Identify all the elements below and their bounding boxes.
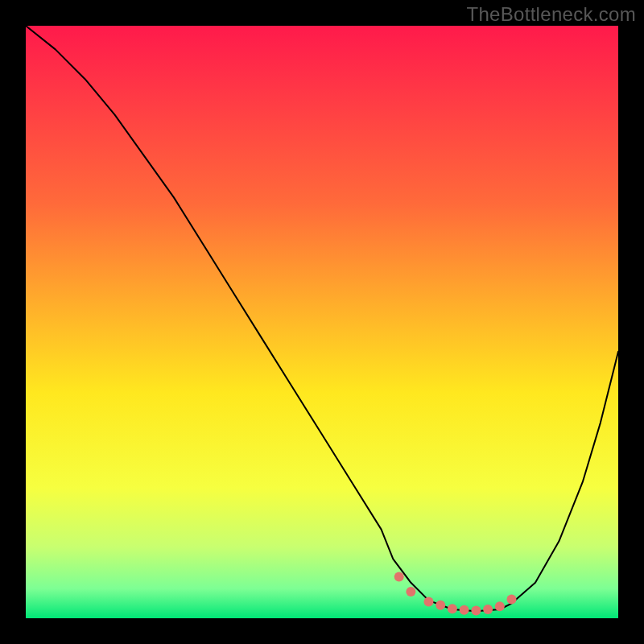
marker-dot (507, 594, 517, 604)
chart-svg (26, 26, 618, 618)
marker-dot (495, 601, 505, 611)
marker-dot (394, 572, 404, 582)
marker-dot (483, 605, 493, 614)
watermark-text: TheBottleneck.com (466, 3, 636, 26)
marker-dot (406, 587, 415, 597)
marker-dot (471, 605, 481, 615)
marker-dot (460, 605, 469, 615)
marker-dot (448, 604, 457, 613)
chart-frame: TheBottleneck.com (0, 0, 644, 644)
plot-area (26, 26, 618, 618)
marker-dot (436, 601, 445, 610)
marker-dot (424, 597, 434, 606)
